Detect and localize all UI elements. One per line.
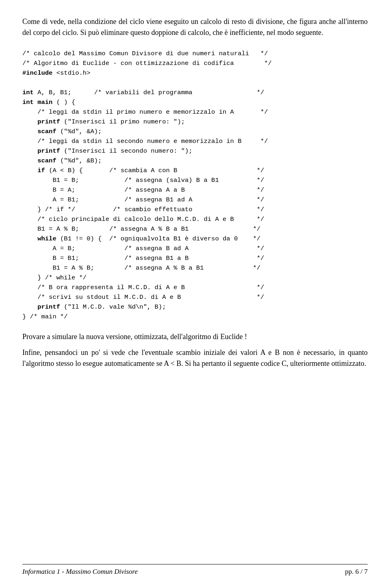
footer-title: Informatica 1 - Massimo Comun Divisore — [22, 568, 138, 576]
page-container: Come di vede, nella condizione del ciclo… — [0, 0, 390, 588]
code-line-1: /* calcolo del Massimo Comun Divisore di… — [22, 50, 272, 320]
outro-paragraph-1: Provare a simulare la nuova versione, ot… — [22, 331, 368, 342]
footer-page: pp. 6 / 7 — [345, 568, 368, 576]
footer: Informatica 1 - Massimo Comun Divisore p… — [22, 564, 368, 576]
outro-paragraph-2: Infine, pensandoci un po' si vede che l'… — [22, 347, 368, 369]
code-block: /* calcolo del Massimo Comun Divisore di… — [22, 45, 368, 326]
intro-paragraph: Come di vede, nella condizione del ciclo… — [22, 16, 368, 38]
